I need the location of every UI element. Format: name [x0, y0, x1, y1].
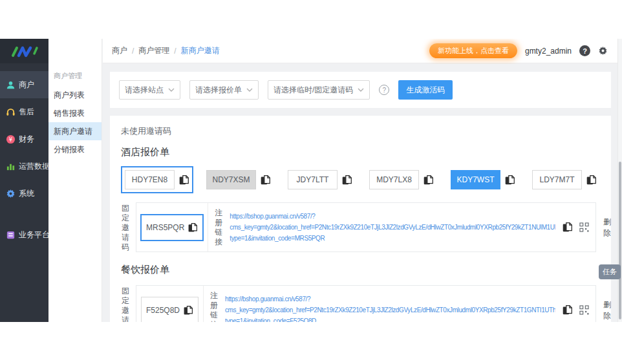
chevron-down-icon — [168, 88, 175, 92]
copy-icon[interactable] — [188, 222, 198, 233]
breadcrumb-merchant-management[interactable]: 商户管理 — [138, 45, 169, 56]
breadcrumb-merchant[interactable]: 商户 — [112, 45, 127, 56]
scrollbar-thumb[interactable] — [619, 162, 621, 319]
code-chip-group: NDY7XSM — [202, 166, 275, 193]
food-fixed-code-row: 固定邀请码 F525Q8D — [121, 285, 602, 322]
sidebar-item-operations-data[interactable]: 运营数据 — [0, 153, 48, 180]
register-link-url[interactable]: https://bshop.guanmai.cn/v587/? cms_key=… — [225, 294, 555, 322]
breadcrumb-separator: / — [132, 47, 134, 56]
breadcrumb-current-page: 新商户邀请 — [181, 45, 220, 56]
vertical-scrollbar[interactable] — [617, 39, 622, 322]
quote-select[interactable]: 请选择报价单 — [189, 80, 259, 100]
after-sales-headset-icon — [6, 107, 16, 117]
qr-code-button[interactable] — [579, 222, 589, 232]
new-feature-notice-badge[interactable]: 新功能上线，点击查看 — [429, 43, 517, 58]
copy-code-button[interactable] — [178, 175, 189, 186]
quote-select-value: 请选择报价单 — [195, 85, 242, 96]
fixed-code-label: 固定邀请码 — [122, 204, 131, 252]
app-window: 商户 售后 ¥ 财务 — [0, 39, 622, 322]
copy-code-button[interactable] — [586, 175, 597, 186]
register-link-cell: 注册链接 https://bshop.guanmai.cn/v587/? cms… — [204, 286, 595, 322]
operations-chart-icon — [6, 162, 16, 171]
register-link-label: 注册链接 — [210, 291, 219, 323]
hotel-quote-title: 酒店报价单 — [121, 146, 602, 158]
code-chip-group: MDY7LX8 — [365, 166, 438, 193]
url-line: https://bshop.guanmai.cn/v587/? — [230, 211, 555, 222]
help-question-icon[interactable]: ? — [379, 85, 389, 95]
url-line: cms_key=gmty2&location_href=P2Ntc19rZXk9… — [225, 305, 555, 316]
code-chip-group: LDY7M7T — [528, 166, 601, 193]
copy-icon — [341, 175, 352, 186]
submenu-item-distribution-report[interactable]: 分销报表 — [48, 140, 102, 158]
url-line: https://bshop.guanmai.cn/v587/? — [225, 294, 555, 305]
register-link-url[interactable]: https://bshop.guanmai.cn/v587/? cms_key=… — [230, 211, 555, 244]
code-chip-group: HDY7EN8 — [121, 166, 193, 193]
submenu-item-new-merchant-invite[interactable]: 新商户邀请 — [48, 122, 102, 140]
invite-code-chip[interactable]: HDY7EN8 — [125, 170, 175, 189]
content-area: 请选择站点 请选择报价单 请选择临时/固定邀请码 ? 生成激活码 — [103, 64, 622, 322]
primary-sidebar: 商户 售后 ¥ 财务 — [0, 39, 48, 322]
help-icon[interactable]: ? — [579, 45, 590, 56]
delete-code-button[interactable]: 删除 — [603, 299, 611, 321]
hotel-code-chips-row: HDY7EN8 NDY7XSM — [121, 166, 602, 193]
fixed-code-pill[interactable]: F525Q8D — [141, 297, 198, 323]
guanmai-logo-icon — [9, 44, 40, 58]
site-select[interactable]: 请选择站点 — [119, 80, 180, 100]
qr-code-button[interactable] — [579, 305, 589, 315]
food-quote-title: 餐饮报价单 — [121, 264, 602, 276]
main-region: 商户 / 商户管理 / 新商户邀请 新功能上线，点击查看 gmty2_admin… — [103, 39, 622, 322]
system-gear-icon — [6, 189, 16, 198]
business-platform-icon — [6, 230, 16, 240]
fixed-code-value: F525Q8D — [146, 306, 180, 315]
url-line: type=1&invitation_code=MRS5PQR — [230, 233, 555, 244]
copy-link-button[interactable] — [562, 305, 573, 316]
invite-code-chip[interactable]: MDY7LX8 — [369, 170, 419, 189]
register-link-label: 注册链接 — [215, 208, 223, 247]
fixed-code-value: MRS5PQR — [146, 223, 184, 232]
generate-activation-code-button[interactable]: 生成激活码 — [398, 80, 453, 100]
sidebar-item-business-platform[interactable]: 业务平台 — [0, 221, 48, 248]
svg-text:¥: ¥ — [9, 136, 13, 142]
invite-code-chip[interactable]: JDY7LTT — [288, 170, 338, 189]
fixed-code-cell: MRS5PQR — [136, 203, 208, 252]
copy-code-button[interactable] — [260, 175, 271, 186]
delete-code-button[interactable]: 删除 — [603, 217, 611, 239]
settings-gear-icon[interactable] — [598, 46, 608, 56]
sidebar-item-label: 售后 — [19, 107, 34, 118]
sidebar-item-merchant[interactable]: 商户 — [0, 71, 48, 98]
copy-code-button[interactable] — [341, 175, 352, 186]
nav-list: 商户 售后 ¥ 财务 — [0, 71, 48, 248]
invite-code-chip[interactable]: KDY7WST — [451, 170, 500, 189]
page: 商户 售后 ¥ 财务 — [0, 0, 622, 364]
copy-icon — [504, 175, 515, 186]
username[interactable]: gmty2_admin — [525, 47, 572, 56]
url-line: cms_key=gmty2&location_href=P2Ntc19rZXk9… — [230, 222, 555, 233]
qr-code-icon — [579, 305, 589, 315]
fixed-code-label: 固定邀请码 — [122, 286, 131, 322]
submenu-item-sales-report[interactable]: 销售报表 — [48, 104, 102, 122]
copy-code-button[interactable] — [504, 175, 515, 186]
code-type-select-value: 请选择临时/固定邀请码 — [273, 85, 353, 96]
copy-code-button[interactable] — [423, 175, 434, 186]
topbar: 商户 / 商户管理 / 新商户邀请 新功能上线，点击查看 gmty2_admin… — [103, 39, 622, 63]
invite-code-chip[interactable]: NDY7XSM — [206, 170, 256, 189]
qr-code-icon — [579, 222, 589, 232]
code-type-select[interactable]: 请选择临时/固定邀请码 — [268, 80, 370, 100]
sidebar-item-finance[interactable]: ¥ 财务 — [0, 125, 48, 153]
unused-codes-title: 未使用邀请码 — [121, 125, 602, 137]
copy-icon[interactable] — [183, 305, 193, 316]
task-tab[interactable]: 任务 — [599, 264, 621, 279]
submenu-item-merchant-list[interactable]: 商户列表 — [48, 86, 102, 104]
code-chip-group: KDY7WST — [447, 166, 519, 193]
copy-link-button[interactable] — [562, 222, 573, 233]
sidebar-item-label: 运营数据 — [19, 161, 50, 172]
sidebar-item-system[interactable]: 系统 — [0, 180, 48, 207]
invite-code-chip[interactable]: LDY7M7T — [532, 170, 582, 189]
fixed-code-pill[interactable]: MRS5PQR — [140, 214, 204, 241]
copy-icon — [586, 175, 597, 186]
url-line: type=1&invitation_code=F525Q8D — [225, 316, 555, 322]
filter-card: 请选择站点 请选择报价单 请选择临时/固定邀请码 ? 生成激活码 — [110, 72, 611, 108]
sidebar-item-after-sales[interactable]: 售后 — [0, 98, 48, 125]
sidebar-item-label: 商户 — [19, 80, 34, 91]
breadcrumb-separator: / — [174, 47, 176, 56]
